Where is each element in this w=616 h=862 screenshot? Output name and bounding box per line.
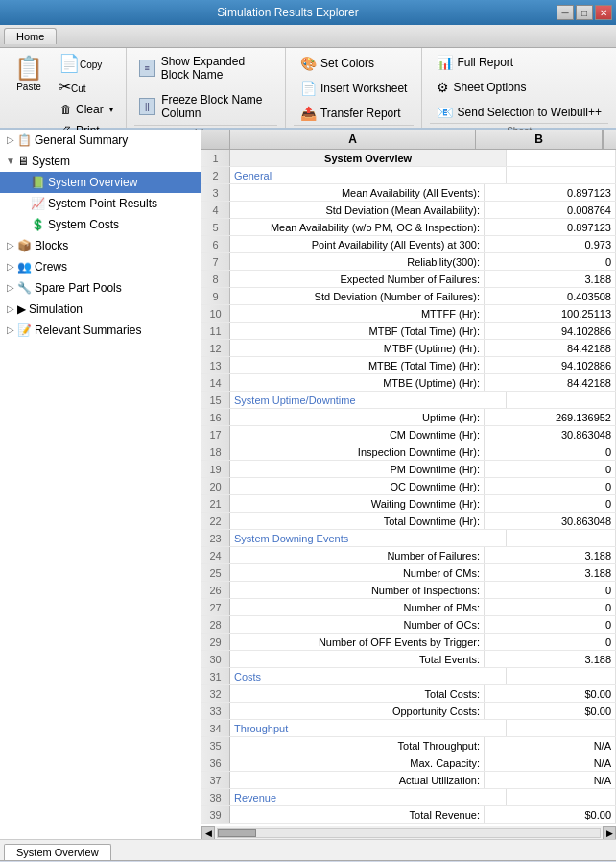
row-number: 15 <box>201 392 230 408</box>
cell-a: Number of Failures: <box>230 547 485 563</box>
paste-button[interactable]: 📋 Paste <box>6 52 52 97</box>
cell-a: System Overview <box>230 150 507 166</box>
minimize-button[interactable]: ─ <box>557 5 574 20</box>
copy-button[interactable]: 📄 Copy <box>54 52 120 75</box>
expand-crews-icon[interactable]: ▷ <box>4 260 17 274</box>
table-row: 18Inspection Downtime (Hr):0 <box>201 443 616 461</box>
cell-a: Mean Availability (All Events): <box>230 184 485 201</box>
tree-item-simulation[interactable]: ▷ ▶ Simulation <box>0 299 201 320</box>
cell-a: General <box>230 167 507 183</box>
cell-b: 94.102886 <box>485 357 616 373</box>
cell-a: Mean Availability (w/o PM, OC & Inspecti… <box>230 219 485 235</box>
tree-panel: ▷ 📋 General Summary ▼ 🖥 System 📗 System … <box>0 130 201 839</box>
row-number: 6 <box>201 236 230 252</box>
tree-item-system-overview[interactable]: 📗 System Overview <box>0 172 201 193</box>
table-row: 23System Downing Events <box>201 530 616 547</box>
cell-b: 0 <box>485 461 616 477</box>
tree-item-general-summary[interactable]: ▷ 📋 General Summary <box>0 130 201 151</box>
expand-spare-parts-icon[interactable]: ▷ <box>4 281 17 295</box>
table-row: 25Number of CMs:3.188 <box>201 564 616 582</box>
app-title: Simulation Results Explorer <box>19 6 557 19</box>
tree-item-relevant-summaries[interactable]: ▷ 📝 Relevant Summaries <box>0 320 201 341</box>
table-row: 35Total Throughput:N/A <box>201 737 616 754</box>
home-tab[interactable]: Home <box>4 28 57 44</box>
expand-relevant-summaries-icon[interactable]: ▷ <box>4 323 17 337</box>
horizontal-scrollbar[interactable]: ◀ ▶ <box>201 826 616 839</box>
transfer-report-button[interactable]: 📤 Transfer Report <box>294 103 414 124</box>
cut-button[interactable]: ✂ Cut <box>54 77 120 98</box>
copy-icon: 📄 <box>59 55 80 72</box>
tree-item-system-point-results[interactable]: 📈 System Point Results <box>0 193 201 214</box>
table-row: 36Max. Capacity:N/A <box>201 754 616 772</box>
sheet-options-icon: ⚙ <box>437 80 449 95</box>
expand-general-summary-icon[interactable]: ▷ <box>4 133 17 147</box>
cell-b: 0 <box>485 495 616 512</box>
row-number: 11 <box>201 323 230 339</box>
tree-item-system-costs[interactable]: 💲 System Costs <box>0 214 201 235</box>
scroll-left-button[interactable]: ◀ <box>201 826 215 840</box>
scroll-thumb[interactable] <box>218 829 256 837</box>
row-number: 36 <box>201 754 230 771</box>
send-selection-button[interactable]: 📧 Send Selection to Weibull++ <box>430 102 608 123</box>
cut-label: Cut <box>71 84 86 94</box>
maximize-button[interactable]: □ <box>576 5 593 20</box>
cell-a: System Downing Events <box>230 530 507 546</box>
scroll-track[interactable] <box>217 828 601 838</box>
expand-system-icon[interactable]: ▼ <box>4 155 17 168</box>
send-selection-icon: 📧 <box>437 105 453 120</box>
row-number: 26 <box>201 582 230 598</box>
row-number: 9 <box>201 288 230 304</box>
sheet-options-label: Sheet Options <box>453 81 526 94</box>
cell-a: Number of OCs: <box>230 616 485 633</box>
row-number: 25 <box>201 564 230 581</box>
row-number: 37 <box>201 772 230 788</box>
expand-blocks-icon[interactable]: ▷ <box>4 239 17 252</box>
cell-b: 3.188 <box>485 564 616 581</box>
cell-a: Expected Number of Failures: <box>230 271 485 287</box>
colors-section-label <box>294 125 414 128</box>
system-point-results-label: System Point Results <box>48 195 157 212</box>
row-number: 29 <box>201 634 230 650</box>
sheet-options-button[interactable]: ⚙ Sheet Options <box>430 77 608 98</box>
set-colors-button[interactable]: 🎨 Set Colors <box>294 53 414 74</box>
close-button[interactable]: ✕ <box>595 5 612 20</box>
row-number: 16 <box>201 409 230 425</box>
system-costs-icon: 💲 <box>31 216 45 233</box>
table-row: 20OC Downtime (Hr):0 <box>201 478 616 495</box>
spare-parts-icon: 🔧 <box>17 279 32 297</box>
freeze-block-icon: || <box>139 98 155 115</box>
crews-label: Crews <box>35 258 67 275</box>
row-number: 8 <box>201 271 230 287</box>
cell-a: Costs <box>230 668 507 684</box>
row-number: 35 <box>201 737 230 754</box>
set-colors-label: Set Colors <box>320 57 374 70</box>
row-number: 27 <box>201 599 230 615</box>
sheet-tab-system-overview[interactable]: System Overview <box>4 844 111 860</box>
row-number: 13 <box>201 357 230 373</box>
tree-item-spare-part-pools[interactable]: ▷ 🔧 Spare Part Pools <box>0 277 201 299</box>
scroll-right-button[interactable]: ▶ <box>603 826 616 840</box>
expand-simulation-icon[interactable]: ▷ <box>4 302 17 316</box>
table-row: 27Number of PMs:0 <box>201 599 616 616</box>
insert-worksheet-button[interactable]: 📄 Insert Worksheet <box>294 78 414 99</box>
sheet-tabs-bar: System Overview <box>0 839 616 860</box>
row-number: 20 <box>201 478 230 494</box>
cell-a: Waiting Downtime (Hr): <box>230 495 485 512</box>
show-expanded-button[interactable]: ≡ Show Expanded Block Name <box>134 52 277 84</box>
tree-item-blocks[interactable]: ▷ 📦 Blocks <box>0 235 201 256</box>
cell-b <box>507 530 616 546</box>
cell-a: PM Downtime (Hr): <box>230 461 485 477</box>
clear-button[interactable]: 🗑 Clear ▾ <box>54 100 120 119</box>
cell-a: MTTFF (Hr): <box>230 305 485 322</box>
row-number: 4 <box>201 202 230 218</box>
cell-a: MTBF (Total Time) (Hr): <box>230 323 485 339</box>
cell-a: MTBF (Uptime) (Hr): <box>230 340 485 356</box>
table-row: 4Std Deviation (Mean Availability):0.008… <box>201 202 616 219</box>
full-report-button[interactable]: 📊 Full Report <box>430 52 608 73</box>
copy-label: Copy <box>80 60 102 70</box>
freeze-block-button[interactable]: || Freeze Block Name Column <box>134 90 277 123</box>
tree-item-crews[interactable]: ▷ 👥 Crews <box>0 256 201 277</box>
tree-item-system[interactable]: ▼ 🖥 System <box>0 151 201 172</box>
col-a-header: A <box>230 130 476 149</box>
cell-a: Total Costs: <box>230 685 485 702</box>
